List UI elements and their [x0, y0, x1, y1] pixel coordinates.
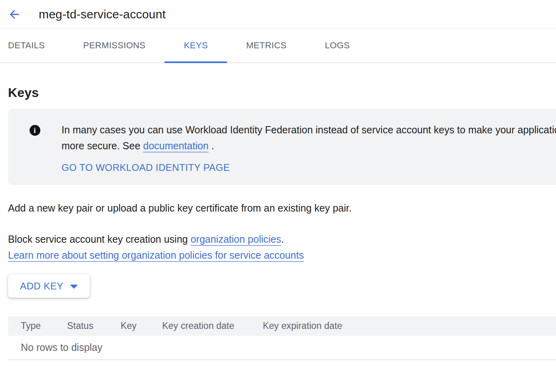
add-key-button-label: ADD KEY	[20, 281, 64, 292]
column-header-status: Status	[67, 321, 121, 331]
workload-identity-banner: i In many cases you can use Workload Ide…	[8, 109, 556, 185]
add-key-intro-text: Add a new key pair or upload a public ke…	[8, 202, 556, 214]
organization-policies-link[interactable]: organization policies	[191, 234, 281, 245]
banner-line-2: more secure. See documentation .	[62, 138, 556, 154]
page-header: meg-td-service-account	[0, 0, 556, 29]
tab-keys[interactable]: KEYS	[165, 29, 227, 62]
banner-line-2-prefix: more secure. See	[62, 140, 143, 151]
documentation-link[interactable]: documentation	[143, 140, 208, 151]
block-text-prefix: Block service account key creation using	[8, 234, 191, 245]
block-key-creation-text: Block service account key creation using…	[8, 231, 556, 263]
table-header-row: Type Status Key Key creation date Key ex…	[8, 316, 556, 336]
tab-bar: DETAILS PERMISSIONS KEYS METRICS LOGS	[0, 29, 556, 63]
learn-more-link[interactable]: Learn more about setting organization po…	[8, 247, 304, 263]
main-content: Keys i In many cases you can use Workloa…	[0, 63, 556, 360]
banner-icon-column: i	[8, 122, 62, 136]
column-header-key-expiration-date: Key expiration date	[263, 321, 556, 331]
tab-logs[interactable]: LOGS	[306, 29, 369, 62]
section-heading: Keys	[8, 85, 556, 101]
info-icon: i	[30, 125, 40, 136]
table-empty-row: No rows to display	[8, 336, 556, 360]
chevron-down-icon	[70, 285, 78, 289]
banner-line-1: In many cases you can use Workload Ident…	[62, 122, 556, 138]
back-button[interactable]	[6, 6, 23, 23]
banner-line-2-suffix: .	[208, 140, 214, 151]
column-header-key-creation-date: Key creation date	[162, 321, 263, 331]
page-title: meg-td-service-account	[39, 8, 166, 21]
add-key-button[interactable]: ADD KEY	[8, 274, 90, 298]
column-header-type: Type	[21, 321, 67, 331]
arrow-back-icon	[8, 8, 21, 21]
keys-table: Type Status Key Key creation date Key ex…	[8, 316, 556, 360]
block-text-suffix: .	[281, 234, 284, 245]
tab-permissions[interactable]: PERMISSIONS	[64, 29, 165, 62]
go-to-workload-identity-link[interactable]: GO TO WORKLOAD IDENTITY PAGE	[62, 162, 230, 174]
banner-text: In many cases you can use Workload Ident…	[62, 122, 556, 174]
empty-message: No rows to display	[21, 342, 102, 353]
tab-details[interactable]: DETAILS	[0, 29, 64, 62]
tab-metrics[interactable]: METRICS	[227, 29, 306, 62]
column-header-key: Key	[121, 321, 162, 331]
